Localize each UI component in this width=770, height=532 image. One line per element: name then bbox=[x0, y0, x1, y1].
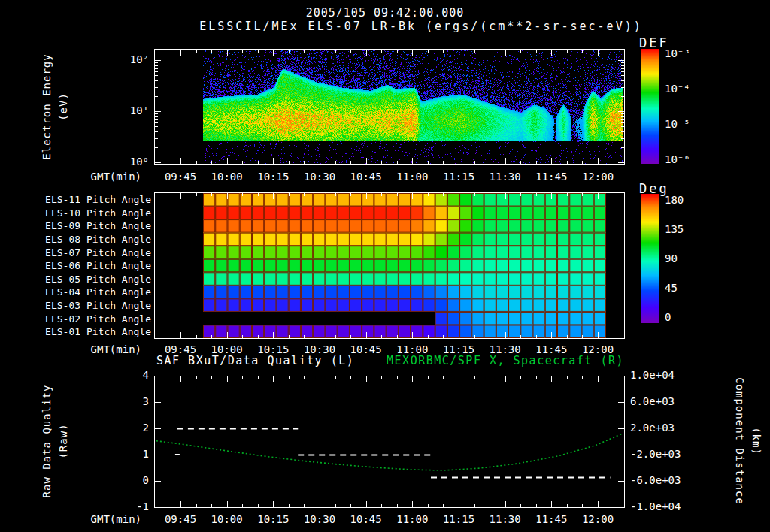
pitch-row-label: ELS-08 Pitch Angle bbox=[0, 234, 151, 245]
p3-left-y-tick-label: -1 bbox=[113, 500, 149, 512]
pitch-row-label: ELS-04 Pitch Angle bbox=[0, 286, 151, 298]
p3-left-y-tick-label: 3 bbox=[113, 395, 149, 407]
pitch-row-label: ELS-05 Pitch Angle bbox=[0, 274, 151, 285]
pitch-row-label: ELS-07 Pitch Angle bbox=[0, 247, 151, 258]
electron-spectrogram-canvas bbox=[154, 49, 625, 165]
p3-left-y-tick-label: 1 bbox=[113, 448, 149, 460]
x-tick-label: 11:15 bbox=[436, 343, 481, 355]
x-tick-label: 10:45 bbox=[344, 513, 389, 525]
p3-right-y-tick-label: -6.0e+03 bbox=[630, 474, 681, 486]
x-tick-label: 09:45 bbox=[158, 513, 203, 525]
x-tick-label: 11:15 bbox=[436, 171, 481, 183]
x-tick-label: 10:30 bbox=[297, 343, 342, 355]
pitch-row-label: ELS-02 Pitch Angle bbox=[0, 313, 151, 325]
x-tick-label: 10:30 bbox=[297, 171, 342, 183]
x-tick-label: 10:45 bbox=[344, 343, 389, 355]
p3-right-y-tick-label: 2.0e+03 bbox=[630, 422, 675, 434]
deg-colorbar bbox=[641, 194, 659, 323]
x-tick-label: 11:00 bbox=[390, 343, 435, 355]
x-tick-label: 10:15 bbox=[250, 171, 296, 183]
deg-colorbar-tick-label: 180 bbox=[665, 194, 684, 206]
deg-colorbar-tick-label: 0 bbox=[665, 311, 671, 323]
p3-left-y-tick-label: 4 bbox=[113, 369, 149, 381]
x-tick-label: 11:30 bbox=[483, 513, 528, 525]
def-colorbar-tick-label: 10⁻⁵ bbox=[665, 118, 690, 130]
pitch-angle-canvas bbox=[154, 192, 625, 339]
p1-y-tick-label: 10¹ bbox=[105, 104, 149, 116]
timestamp-title: 2005/105 09:42:00.000 bbox=[0, 6, 770, 20]
x-tick-label: 10:00 bbox=[205, 343, 250, 355]
pitch-row-label: ELS-03 Pitch Angle bbox=[0, 300, 151, 311]
x-tick-label: 11:15 bbox=[436, 513, 481, 525]
p3-right-y-tick-label: 6.0e+03 bbox=[630, 395, 675, 407]
p1-y-axis-units-label: (eV) bbox=[57, 92, 69, 121]
p3-right-y-tick-label: 1.0e+04 bbox=[630, 369, 675, 381]
p1-y-tick-label: 10² bbox=[105, 53, 149, 65]
def-colorbar-tick-label: 10⁻⁶ bbox=[665, 153, 690, 165]
x-tick-label: 11:45 bbox=[529, 171, 574, 183]
x-tick-label: 10:15 bbox=[250, 513, 296, 525]
x-tick-label: 11:00 bbox=[390, 171, 435, 183]
plot-title: ELSSCIL/MEx ELS-07 LR-Bk (ergs/(cm**2-sr… bbox=[0, 20, 770, 33]
p3-left-y-tick-label: 2 bbox=[113, 422, 149, 434]
p3-right-axis-label: Component Distance bbox=[734, 377, 746, 505]
deg-colorbar-tick-label: 45 bbox=[665, 282, 678, 294]
p3-right-series-title: MEXORBMC/SPF X, Spacecraft (R) bbox=[323, 354, 624, 367]
x-tick-label: 11:00 bbox=[390, 513, 435, 525]
quality-distance-canvas bbox=[154, 376, 625, 508]
x-tick-label: 12:00 bbox=[575, 513, 620, 525]
pitch-row-label: ELS-09 Pitch Angle bbox=[0, 220, 151, 231]
pitch-row-label: ELS-01 Pitch Angle bbox=[0, 326, 151, 337]
x-axis-title: GMT(min) bbox=[45, 171, 141, 183]
pitch-row-label: ELS-10 Pitch Angle bbox=[0, 207, 151, 219]
p1-y-tick-label: 10⁰ bbox=[105, 156, 149, 168]
pitch-row-label: ELS-11 Pitch Angle bbox=[0, 194, 151, 205]
def-colorbar bbox=[641, 49, 659, 164]
x-tick-label: 12:00 bbox=[575, 343, 620, 355]
p3-right-y-tick-label: -1.0e+04 bbox=[630, 500, 681, 512]
x-tick-label: 10:00 bbox=[205, 171, 250, 183]
p3-left-axis-units-label: (Raw) bbox=[57, 423, 69, 458]
x-tick-label: 10:00 bbox=[205, 513, 250, 525]
x-tick-label: 11:45 bbox=[529, 513, 574, 525]
x-tick-label: 09:45 bbox=[158, 171, 203, 183]
def-colorbar-tick-label: 10⁻³ bbox=[665, 47, 690, 59]
deg-colorbar-tick-label: 90 bbox=[665, 252, 678, 264]
x-tick-label: 11:30 bbox=[483, 171, 528, 183]
x-tick-label: 10:15 bbox=[250, 343, 296, 355]
x-axis-title: GMT(min) bbox=[45, 513, 141, 525]
plot-window: 2005/105 09:42:00.000 ELSSCIL/MEx ELS-07… bbox=[0, 0, 770, 532]
pitch-row-label: ELS-06 Pitch Angle bbox=[0, 260, 151, 271]
p3-left-axis-label: Raw Data Quality bbox=[41, 385, 53, 498]
p3-right-axis-units-label: (km) bbox=[750, 427, 762, 455]
def-colorbar-tick-label: 10⁻⁴ bbox=[665, 83, 690, 95]
p1-y-axis-label: Electron Energy bbox=[41, 53, 53, 159]
x-tick-label: 10:45 bbox=[344, 171, 389, 183]
x-tick-label: 09:45 bbox=[158, 343, 203, 355]
x-tick-label: 10:30 bbox=[297, 513, 342, 525]
deg-colorbar-tick-label: 135 bbox=[665, 223, 684, 235]
x-tick-label: 11:45 bbox=[529, 343, 574, 355]
p3-right-y-tick-label: -2.0e+03 bbox=[630, 448, 681, 460]
x-tick-label: 11:30 bbox=[483, 343, 528, 355]
x-tick-label: 12:00 bbox=[575, 171, 620, 183]
x-axis-title: GMT(min) bbox=[45, 343, 141, 355]
p3-left-y-tick-label: 0 bbox=[113, 474, 149, 486]
